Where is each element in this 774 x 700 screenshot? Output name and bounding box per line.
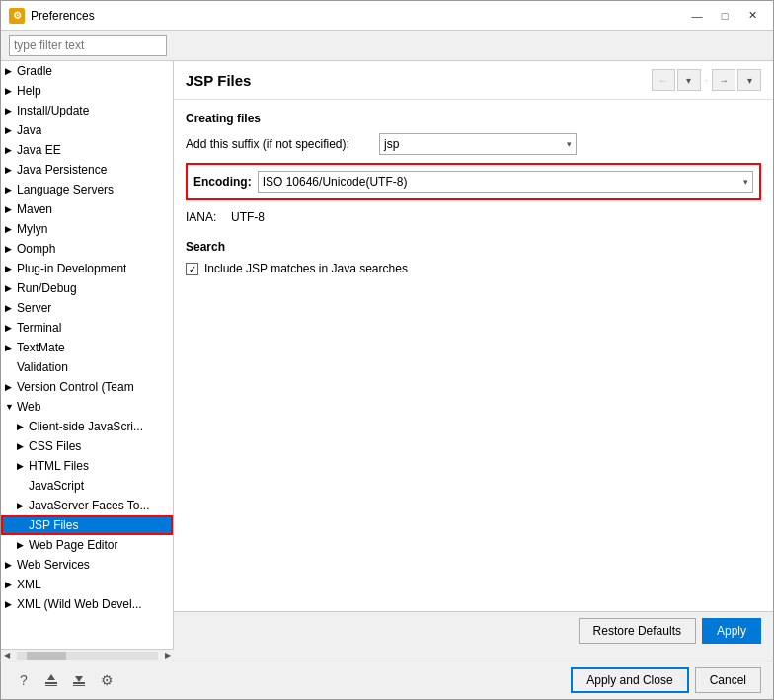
arrow-icon: ▶ — [5, 599, 17, 609]
sidebar-item-label: Terminal — [17, 321, 61, 335]
sidebar-item-oomph[interactable]: ▶ Oomph — [1, 239, 173, 259]
close-button[interactable]: ✕ — [739, 6, 765, 26]
arrow-icon: ▶ — [5, 106, 17, 116]
arrow-icon: ▶ — [5, 323, 17, 333]
arrow-icon: ▶ — [5, 343, 17, 352]
jsp-matches-checkbox[interactable]: ✓ — [186, 263, 198, 275]
sidebar-item-client-side-js[interactable]: ▶ Client-side JavaScri... — [1, 417, 173, 436]
nav-separator: · — [703, 73, 710, 87]
suffix-value: jsp — [384, 137, 399, 151]
sidebar-item-html-files[interactable]: ▶ HTML Files — [1, 456, 173, 476]
minimize-button[interactable]: — — [684, 6, 710, 26]
encoding-dropdown[interactable]: ISO 10646/Unicode(UTF-8) ▾ — [258, 171, 753, 193]
apply-and-close-button[interactable]: Apply and Close — [571, 667, 688, 693]
main-panel-title: JSP Files — [186, 72, 251, 89]
sidebar-item-maven[interactable]: ▶ Maven — [1, 199, 173, 219]
iana-value: UTF-8 — [231, 210, 265, 224]
sidebar-item-language-servers[interactable]: ▶ Language Servers — [1, 180, 173, 199]
arrow-icon: ▶ — [5, 125, 17, 135]
sidebar-item-version-control[interactable]: ▶ Version Control (Team — [1, 377, 173, 397]
svg-marker-2 — [47, 674, 55, 680]
sidebar-item-gradle[interactable]: ▶ Gradle — [1, 61, 173, 81]
restore-defaults-button[interactable]: Restore Defaults — [579, 618, 696, 644]
sidebar-item-label: Mylyn — [17, 222, 47, 236]
scroll-left-arrow[interactable]: ◀ — [1, 650, 13, 661]
sidebar-item-label: Java EE — [17, 143, 61, 157]
checkbox-label: Include JSP matches in Java searches — [204, 262, 408, 275]
sidebar: ▶ Gradle ▶ Help ▶ Install/Update ▶ Java … — [1, 61, 174, 650]
back-button[interactable]: ← — [652, 69, 675, 91]
sidebar-item-terminal[interactable]: ▶ Terminal — [1, 318, 173, 338]
iana-row: IANA: UTF-8 — [186, 206, 761, 228]
svg-rect-1 — [45, 685, 57, 686]
horizontal-scrollbar[interactable]: ◀ ▶ — [1, 649, 174, 661]
filter-bar — [1, 31, 773, 61]
forward-dropdown-button[interactable]: ▾ — [737, 69, 761, 91]
scroll-thumb[interactable] — [27, 652, 66, 660]
content-area: ▶ Gradle ▶ Help ▶ Install/Update ▶ Java … — [1, 61, 773, 650]
forward-button[interactable]: → — [712, 69, 735, 91]
sidebar-item-label: Java — [17, 123, 41, 137]
sidebar-item-css-files[interactable]: ▶ CSS Files — [1, 436, 173, 456]
sidebar-item-help[interactable]: ▶ Help — [1, 81, 173, 101]
arrow-icon: ▶ — [5, 224, 17, 234]
svg-rect-0 — [45, 682, 57, 684]
sidebar-item-java-persistence[interactable]: ▶ Java Persistence — [1, 160, 173, 180]
arrow-icon: ▶ — [5, 580, 17, 589]
sidebar-item-label: Web — [17, 400, 40, 414]
arrow-icon: ▶ — [5, 264, 17, 273]
arrow-icon: ▶ — [17, 441, 29, 451]
sidebar-item-label: JSP Files — [29, 518, 78, 532]
sidebar-item-run-debug[interactable]: ▶ Run/Debug — [1, 278, 173, 298]
sidebar-item-xml-wild-web[interactable]: ▶ XML (Wild Web Devel... — [1, 594, 173, 614]
suffix-dropdown[interactable]: jsp ▾ — [379, 133, 577, 155]
arrow-icon: ▶ — [5, 303, 17, 313]
sidebar-item-label: Install/Update — [17, 104, 89, 117]
svg-marker-5 — [75, 676, 83, 682]
apply-button[interactable]: Apply — [702, 618, 761, 644]
search-section: Search ✓ Include JSP matches in Java sea… — [186, 240, 761, 275]
sidebar-item-plugin-development[interactable]: ▶ Plug-in Development — [1, 259, 173, 278]
main-content: Creating files Add this suffix (if not s… — [174, 100, 773, 611]
cancel-button[interactable]: Cancel — [695, 667, 761, 693]
sidebar-item-label: Version Control (Team — [17, 380, 134, 394]
restore-apply-bar: Restore Defaults Apply — [174, 611, 773, 650]
arrow-icon: ▶ — [5, 244, 17, 254]
sidebar-item-label: Java Persistence — [17, 163, 107, 177]
arrow-icon: ▶ — [17, 540, 29, 550]
sidebar-item-javaserver-faces[interactable]: ▶ JavaServer Faces To... — [1, 496, 173, 515]
sidebar-item-label: Gradle — [17, 64, 52, 78]
sidebar-item-server[interactable]: ▶ Server — [1, 298, 173, 318]
back-dropdown-button[interactable]: ▾ — [677, 69, 701, 91]
maximize-button[interactable]: □ — [712, 6, 737, 26]
sidebar-item-label: Web Page Editor — [29, 538, 118, 552]
sidebar-item-label: Plug-in Development — [17, 262, 126, 275]
sidebar-item-jsp-files[interactable]: JSP Files — [1, 515, 173, 535]
arrow-icon: ▶ — [5, 560, 17, 570]
arrow-icon: ▶ — [5, 145, 17, 155]
sidebar-item-mylyn[interactable]: ▶ Mylyn — [1, 219, 173, 239]
import-icon[interactable] — [68, 669, 90, 691]
window-title: Preferences — [31, 9, 95, 23]
sidebar-item-label: Server — [17, 301, 51, 315]
scroll-right-arrow[interactable]: ▶ — [162, 650, 174, 661]
sidebar-item-install-update[interactable]: ▶ Install/Update — [1, 101, 173, 120]
export-icon[interactable] — [40, 669, 62, 691]
settings-icon[interactable]: ⚙ — [96, 669, 117, 691]
sidebar-item-java-ee[interactable]: ▶ Java EE — [1, 140, 173, 160]
sidebar-item-web-page-editor[interactable]: ▶ Web Page Editor — [1, 535, 173, 555]
sidebar-item-textmate[interactable]: ▶ TextMate — [1, 338, 173, 357]
sidebar-item-label: Help — [17, 84, 41, 98]
sidebar-item-xml[interactable]: ▶ XML — [1, 575, 173, 594]
search-section-title: Search — [186, 240, 761, 254]
arrow-icon: ▶ — [5, 382, 17, 392]
sidebar-item-web[interactable]: ▼ Web — [1, 397, 173, 417]
sidebar-item-web-services[interactable]: ▶ Web Services — [1, 555, 173, 575]
filter-input[interactable] — [9, 35, 167, 56]
sidebar-item-label: JavaServer Faces To... — [29, 499, 150, 512]
sidebar-item-validation[interactable]: Validation — [1, 357, 173, 377]
help-icon[interactable]: ? — [13, 669, 35, 691]
sidebar-item-java[interactable]: ▶ Java — [1, 120, 173, 140]
suffix-row: Add this suffix (if not specified): jsp … — [186, 133, 761, 155]
sidebar-item-javascript[interactable]: JavaScript — [1, 476, 173, 496]
